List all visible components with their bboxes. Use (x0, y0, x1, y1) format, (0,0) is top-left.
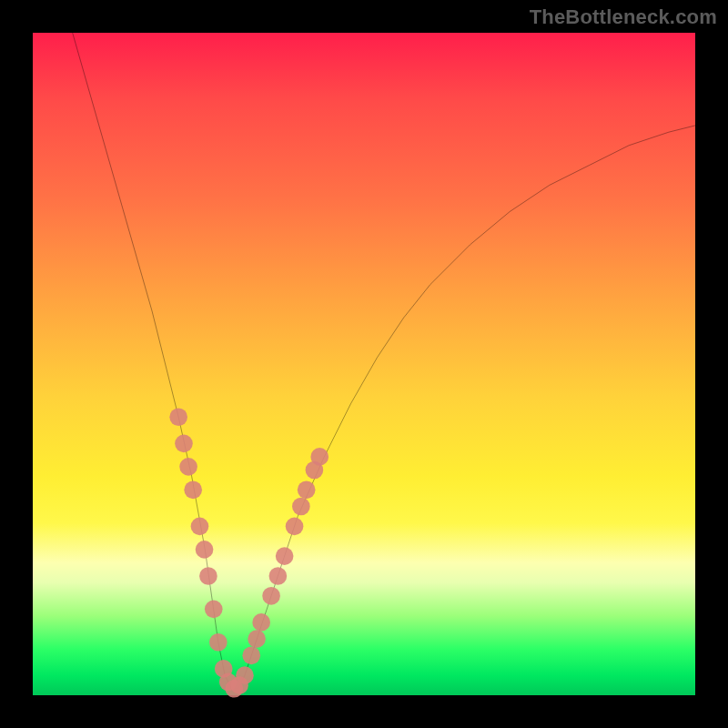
marker-dot (169, 408, 187, 426)
marker-dot (236, 666, 254, 684)
bottleneck-curve (73, 33, 695, 689)
marker-dot (179, 458, 197, 476)
marker-dot (310, 448, 329, 466)
marker-dot (276, 547, 294, 565)
highlight-markers (169, 408, 329, 697)
marker-dot (175, 435, 193, 453)
plot-area (33, 33, 695, 695)
marker-dot (269, 567, 288, 585)
marker-dot (292, 498, 310, 516)
marker-dot (252, 613, 270, 632)
marker-dot (191, 518, 209, 536)
marker-dot (209, 633, 228, 652)
marker-dot (248, 630, 266, 648)
marker-dot (242, 646, 260, 664)
marker-dot (286, 518, 304, 536)
marker-dot (262, 587, 280, 605)
marker-dot (199, 567, 217, 585)
chart-frame: TheBottleneck.com (0, 0, 728, 728)
marker-dot (184, 480, 202, 499)
watermark-text: TheBottleneck.com (530, 5, 717, 29)
marker-dot (298, 480, 316, 499)
bottleneck-curve-svg (33, 33, 695, 695)
marker-dot (196, 541, 214, 559)
marker-dot (205, 601, 223, 619)
